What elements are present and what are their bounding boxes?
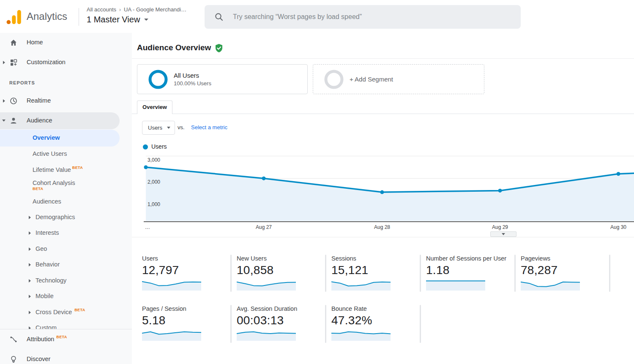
- card-separator: [420, 255, 421, 292]
- sidebar-item-home[interactable]: Home: [0, 38, 132, 48]
- sidebar-item-audience[interactable]: Audience: [0, 116, 132, 126]
- sidebar-item-active-users[interactable]: Active Users: [0, 149, 132, 159]
- sidebar: Home Customization REPORTS Realtime Audi…: [0, 33, 132, 364]
- y-tick-2000: 2,000: [148, 179, 160, 185]
- metric-value: 00:03:13: [237, 314, 328, 327]
- x-label-aug27: Aug 27: [251, 224, 276, 230]
- sparkline-chart: [521, 278, 580, 291]
- metric-card-bounce-rate[interactable]: Bounce Rate 47.32%: [331, 305, 422, 342]
- sparkline-chart: [426, 278, 485, 291]
- metric-card-sessions-per-user[interactable]: Number of Sessions per User 1.18: [426, 255, 517, 292]
- x-label-aug28: Aug 28: [369, 224, 395, 230]
- sidebar-item-label: Interests: [36, 229, 59, 236]
- sparkline-chart: [142, 328, 201, 341]
- metric-selector-dropdown[interactable]: Users: [142, 121, 175, 135]
- metric-label: New Users: [237, 255, 328, 262]
- search-bar[interactable]: [205, 5, 521, 29]
- breadcrumb-account[interactable]: UA - Google Merchandi…: [124, 6, 186, 13]
- sidebar-item-label: Lifetime Value: [33, 166, 71, 173]
- sidebar-item-realtime[interactable]: Realtime: [0, 96, 132, 106]
- expand-right-icon: [29, 216, 31, 219]
- breadcrumb-all-accounts[interactable]: All accounts: [87, 6, 116, 13]
- sidebar-item-lifetime-value[interactable]: Lifetime ValueBETA: [0, 165, 132, 175]
- sidebar-item-label: Audiences: [33, 198, 61, 205]
- sidebar-item-demographics[interactable]: Demographics: [0, 212, 132, 223]
- home-icon: [9, 38, 18, 47]
- chart-bottom-border: [132, 237, 634, 237]
- add-segment-ring-icon: [324, 70, 344, 89]
- breadcrumb-separator-icon: ›: [119, 7, 121, 13]
- select-a-metric-link[interactable]: Select a metric: [191, 124, 227, 130]
- sidebar-item-label: Home: [27, 39, 43, 46]
- x-axis-line: [144, 221, 634, 222]
- metric-value: 10,858: [237, 263, 328, 277]
- expand-right-icon: [29, 311, 31, 314]
- sidebar-item-cohort-analysis[interactable]: Cohort Analysis BETA: [0, 178, 132, 188]
- expand-right-icon: [29, 263, 31, 266]
- sparkline-chart: [237, 278, 296, 291]
- product-name: Analytics: [27, 11, 67, 22]
- users-timeseries-chart[interactable]: [144, 154, 634, 224]
- x-label-aug30: Aug 30: [606, 224, 631, 230]
- sidebar-item-behavior[interactable]: Behavior: [0, 260, 132, 270]
- sidebar-item-label: Audience: [27, 117, 52, 124]
- metric-label: Pageviews: [521, 255, 612, 262]
- sidebar-item-technology[interactable]: Technology: [0, 276, 132, 286]
- page-title: Audience Overview: [137, 43, 211, 52]
- beta-badge: BETA: [56, 335, 67, 339]
- sidebar-item-overview[interactable]: Overview: [0, 133, 132, 143]
- metric-value: 15,121: [331, 263, 422, 277]
- main-content: Audience Overview All Users 100.00% User…: [132, 33, 634, 364]
- segment-subtitle: 100.00% Users: [174, 80, 211, 87]
- sidebar-item-discover[interactable]: Discover: [0, 354, 132, 364]
- sidebar-item-attribution[interactable]: AttributionBETA: [0, 334, 132, 345]
- segment-all-users-card[interactable]: All Users 100.00% Users: [137, 64, 308, 94]
- expand-right-icon: [29, 231, 31, 235]
- search-icon: [214, 12, 224, 22]
- metric-card-users[interactable]: Users 12,797: [142, 255, 233, 292]
- metric-card-pages-per-session[interactable]: Pages / Session 5.18: [142, 305, 233, 342]
- sparkline-chart: [142, 278, 201, 291]
- metric-label: Users: [142, 255, 233, 262]
- beta-badge: BETA: [72, 166, 83, 170]
- sidebar-item-label: Technology: [36, 277, 66, 284]
- metric-label: Avg. Session Duration: [237, 305, 328, 312]
- metric-card-sessions[interactable]: Sessions 15,121: [331, 255, 422, 292]
- metric-card-pageviews[interactable]: Pageviews 78,287: [521, 255, 612, 292]
- add-segment-button[interactable]: + Add Segment: [313, 64, 484, 94]
- customization-icon: [9, 58, 18, 67]
- sidebar-item-cross-device[interactable]: Cross DeviceBETA: [0, 307, 132, 318]
- tab-bar-border: [132, 114, 634, 114]
- expand-right-icon: [29, 279, 31, 283]
- sidebar-item-label: Mobile: [36, 293, 54, 299]
- expand-right-icon: [3, 99, 5, 103]
- view-selector-label: 1 Master View: [87, 15, 140, 24]
- x-label-aug29: Aug 29: [487, 224, 513, 230]
- sidebar-item-interests[interactable]: Interests: [0, 228, 132, 238]
- clock-icon: [9, 97, 18, 105]
- sparkline-chart: [331, 328, 391, 341]
- search-input[interactable]: [232, 13, 504, 21]
- sparkline-chart: [331, 278, 391, 291]
- card-separator: [514, 255, 516, 292]
- app-header: Analytics All accounts›UA - Google Merch…: [0, 0, 634, 33]
- tab-overview[interactable]: Overview: [137, 101, 172, 114]
- view-selector[interactable]: 1 Master View: [87, 15, 148, 24]
- chevron-down-icon: [144, 19, 148, 21]
- sidebar-item-geo[interactable]: Geo: [0, 244, 132, 254]
- sidebar-item-mobile[interactable]: Mobile: [0, 291, 132, 302]
- sidebar-item-label: Overview: [33, 134, 60, 141]
- metric-label: Bounce Rate: [331, 305, 422, 312]
- y-tick-3000: 3,000: [148, 157, 160, 163]
- metric-card-new-users[interactable]: New Users 10,858: [237, 255, 328, 292]
- timeline-collapse-button[interactable]: [490, 231, 516, 237]
- metric-card-avg-session-duration[interactable]: Avg. Session Duration 00:03:13: [237, 305, 328, 342]
- vs-label: vs.: [178, 124, 185, 130]
- sidebar-item-audiences[interactable]: Audiences: [0, 197, 132, 207]
- sidebar-footer: AttributionBETA Discover: [0, 329, 132, 364]
- person-icon: [9, 117, 18, 125]
- sidebar-item-label: Geo: [36, 245, 47, 252]
- sparkline-chart: [237, 328, 296, 341]
- sidebar-item-label: Attribution: [27, 336, 54, 342]
- sidebar-item-customization[interactable]: Customization: [0, 57, 132, 68]
